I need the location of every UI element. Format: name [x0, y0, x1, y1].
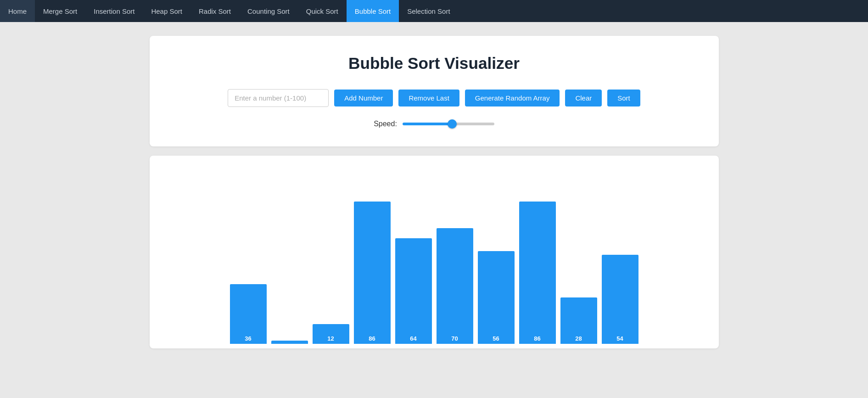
bar-value-label: 28: [575, 335, 582, 344]
bars-container: 3621286647056862854: [159, 169, 710, 344]
number-input[interactable]: [228, 89, 329, 107]
control-card: Bubble Sort Visualizer Add Number Remove…: [150, 36, 719, 146]
remove-last-button[interactable]: Remove Last: [398, 90, 459, 107]
bar-value-label: 86: [369, 335, 375, 344]
bar-value-label: 86: [534, 335, 540, 344]
speed-row: Speed:: [163, 120, 705, 128]
bar-item: 86: [354, 202, 391, 344]
bar-item: 64: [395, 238, 432, 344]
bar: 86: [354, 202, 391, 344]
bar-value-label: 54: [616, 335, 623, 344]
bar: 70: [437, 228, 473, 344]
main-content: Bubble Sort Visualizer Add Number Remove…: [140, 36, 728, 348]
bar: 64: [395, 238, 432, 344]
controls-row: Add Number Remove Last Generate Random A…: [163, 89, 705, 107]
bar-item: 70: [437, 228, 473, 344]
nav-item-bubble-sort[interactable]: Bubble Sort: [347, 0, 399, 22]
navbar: HomeMerge SortInsertion SortHeap SortRad…: [0, 0, 868, 22]
speed-label: Speed:: [374, 120, 397, 128]
add-number-button[interactable]: Add Number: [334, 90, 393, 107]
bar-item: 36: [230, 284, 267, 344]
sort-button[interactable]: Sort: [607, 90, 640, 107]
bar: 2: [271, 341, 308, 344]
bar-value-label: 2: [288, 335, 291, 344]
bar-value-label: 64: [410, 335, 416, 344]
chart-card: 3621286647056862854: [150, 156, 719, 348]
generate-random-button[interactable]: Generate Random Array: [465, 90, 560, 107]
nav-item-heap-sort[interactable]: Heap Sort: [143, 0, 190, 22]
bar-item: 28: [560, 297, 597, 344]
nav-item-insertion-sort[interactable]: Insertion Sort: [85, 0, 143, 22]
speed-slider[interactable]: [403, 123, 494, 125]
bar: 12: [313, 324, 349, 344]
bar: 54: [602, 255, 638, 344]
nav-item-radix-sort[interactable]: Radix Sort: [190, 0, 239, 22]
bar-value-label: 70: [451, 335, 458, 344]
nav-item-selection-sort[interactable]: Selection Sort: [399, 0, 458, 22]
page-title: Bubble Sort Visualizer: [163, 54, 705, 73]
bar-value-label: 36: [245, 335, 251, 344]
nav-item-counting-sort[interactable]: Counting Sort: [239, 0, 298, 22]
bar-item: 12: [313, 324, 349, 344]
bar: 86: [519, 202, 556, 344]
bar-item: 86: [519, 202, 556, 344]
bar-item: 2: [271, 341, 308, 344]
nav-item-home[interactable]: Home: [0, 0, 35, 22]
clear-button[interactable]: Clear: [565, 90, 602, 107]
bar: 56: [478, 251, 515, 344]
bar-value-label: 12: [327, 335, 334, 344]
nav-item-merge-sort[interactable]: Merge Sort: [35, 0, 85, 22]
bar: 28: [560, 297, 597, 344]
nav-item-quick-sort[interactable]: Quick Sort: [298, 0, 347, 22]
bar: 36: [230, 284, 267, 344]
bar-value-label: 56: [493, 335, 499, 344]
bar-item: 54: [602, 255, 638, 344]
bar-item: 56: [478, 251, 515, 344]
